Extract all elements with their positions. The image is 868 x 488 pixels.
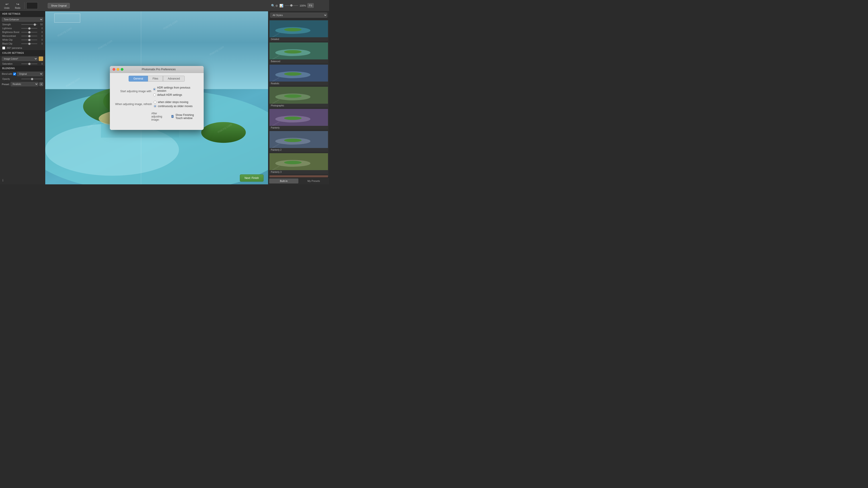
preset-thumb-balanced: macmj.com	[270, 42, 328, 59]
preset-select[interactable]: Realistic	[11, 82, 38, 86]
brightness-boost-value: 0	[38, 31, 43, 33]
presets-grid: macmj.com Detailed macmj.com Balanced	[268, 19, 329, 177]
preset-thumb-painterly4: macmj.com	[270, 175, 328, 177]
close-button[interactable]	[113, 68, 115, 71]
tone-enhancer-select[interactable]: Tone Enhancer	[2, 18, 43, 22]
white-clip-label: White Clip	[2, 39, 20, 41]
svg-point-26	[284, 50, 302, 54]
styles-header: All Styles	[268, 11, 329, 19]
microcontrast-thumb	[28, 35, 31, 37]
minimize-button[interactable]	[117, 68, 119, 71]
refresh-radio-group: when slider stops moving continuously as…	[154, 101, 192, 108]
maximize-button[interactable]	[121, 68, 123, 71]
preset-options-button[interactable]: ▾	[39, 82, 43, 86]
zoom-slider[interactable]	[285, 5, 298, 6]
start-option-previous[interactable]: HDR settings from previous session	[153, 86, 198, 92]
strength-slider[interactable]	[21, 24, 37, 25]
preset-thumb-detailed: macmj.com	[270, 20, 328, 37]
image-colors-select[interactable]: Image Colors*	[2, 57, 38, 61]
blend-with-label: Blend with	[2, 73, 12, 75]
panorama-checkbox[interactable]	[2, 46, 5, 50]
preset-item-realistic[interactable]: macmj.com Realistic	[269, 64, 328, 86]
start-radio-group: HDR settings from previous session defau…	[153, 86, 198, 96]
info-icon[interactable]: ℹ	[2, 178, 3, 182]
preset-item-photographic[interactable]: macmj.com Photographic	[269, 87, 328, 108]
left-panel: HDR SETTINGS Tone Enhancer Strength 50 L…	[0, 11, 45, 184]
refresh-option-continuous-label: continuously as slider moves	[158, 105, 192, 108]
opacity-slider[interactable]	[21, 78, 43, 79]
zoom-in-button[interactable]: ⊕	[275, 4, 278, 7]
preset-item-painterly4[interactable]: macmj.com Painterly 4	[269, 175, 328, 177]
fit-button[interactable]: Fit	[307, 3, 314, 8]
color-picker-button[interactable]	[39, 57, 43, 61]
opacity-control: Opacity	[0, 77, 45, 81]
preset-item-painterly[interactable]: macmj.com Painterly	[269, 109, 328, 130]
brightness-boost-label: Brightness Boost	[2, 31, 20, 33]
white-clip-slider[interactable]	[21, 39, 37, 40]
finishing-touch-label: Show Finishing Touch window	[176, 113, 198, 120]
svg-point-30	[284, 72, 302, 76]
refresh-option-stop-label: when slider stops moving	[158, 101, 188, 104]
preset-item-painterly3[interactable]: macmj.com Painterly 3	[269, 153, 328, 174]
redo-button[interactable]: ↪ Redo	[13, 1, 23, 10]
panorama-row: 360° panorama	[0, 46, 45, 51]
refresh-option-stop[interactable]: when slider stops moving	[154, 101, 192, 104]
toolbar: ↩ Undo ↪ Redo Show Original 🔍 ⊕ 📊 100% F…	[0, 0, 329, 11]
modal-titlebar: Photomatix Pro Preferences	[110, 66, 204, 73]
styles-dropdown[interactable]: All Styles	[270, 13, 327, 18]
preset-thumb-painterly2: macmj.com	[270, 131, 328, 148]
blend-with-row: Blend with Original	[0, 71, 45, 77]
start-option-default[interactable]: default HDR settings	[153, 93, 198, 96]
refresh-radio-stop[interactable]	[154, 101, 156, 103]
white-clip-value: 0	[38, 39, 43, 41]
lightness-label: Lightness	[2, 27, 20, 30]
modal-body: Start adjusting image with HDR settings …	[110, 82, 204, 130]
saturation-slider[interactable]	[21, 64, 37, 64]
preset-item-painterly2[interactable]: macmj.com Painterly 2	[269, 131, 328, 152]
separator-1	[24, 2, 25, 9]
after-adjusting-label: After adjusting image:	[151, 112, 168, 121]
microcontrast-control: Microcontrast 0	[0, 34, 45, 38]
preset-label-painterly2: Painterly 2	[270, 148, 328, 152]
start-radio-previous[interactable]	[153, 88, 156, 91]
black-clip-slider[interactable]	[21, 43, 37, 44]
show-original-button[interactable]: Show Original	[48, 3, 70, 8]
black-clip-control: Black Clip 0	[0, 42, 45, 46]
lightness-slider[interactable]	[21, 28, 37, 29]
tab-built-in[interactable]: Built-In	[269, 178, 298, 184]
microcontrast-value: 0	[38, 35, 43, 37]
start-radio-default[interactable]	[153, 94, 156, 96]
brightness-boost-slider[interactable]	[21, 32, 37, 33]
preview-thumbnail	[26, 2, 38, 9]
preset-label-photographic: Photographic	[270, 104, 328, 107]
strength-label: Strength	[2, 23, 20, 26]
finishing-touch-checkbox[interactable]	[171, 115, 174, 118]
refresh-group: When adjusting image, refresh when slide…	[115, 101, 198, 108]
zoom-out-button[interactable]: 🔍	[271, 4, 275, 7]
tab-my-presets[interactable]: My Presets	[299, 178, 329, 184]
refresh-radio-continuous[interactable]	[154, 105, 156, 107]
strength-value: 50	[38, 23, 43, 26]
modal-tab-advanced[interactable]: Advanced	[163, 76, 184, 82]
start-option-previous-label: HDR settings from previous session	[157, 86, 198, 92]
after-adjusting-group: After adjusting image: Show Finishing To…	[115, 112, 198, 121]
microcontrast-slider[interactable]	[21, 36, 37, 36]
tone-enhancer-row: Tone Enhancer	[0, 17, 45, 23]
modal-tab-files[interactable]: Files	[148, 76, 163, 82]
right-panel: All Styles macmj.com Detailed	[268, 11, 329, 184]
preset-row: Preset: Realistic ▾	[0, 81, 45, 88]
refresh-option-continuous[interactable]: continuously as slider moves	[154, 105, 192, 108]
redo-icon: ↪	[16, 2, 19, 6]
blending-section-header: BLENDING	[0, 66, 45, 71]
svg-point-22	[284, 28, 302, 31]
undo-button[interactable]: ↩ Undo	[2, 1, 12, 10]
preset-item-balanced[interactable]: macmj.com Balanced	[269, 42, 328, 64]
panorama-label: 360° panorama	[6, 47, 22, 49]
refresh-row: When adjusting image, refresh when slide…	[115, 101, 198, 108]
zoom-level: 100%	[300, 4, 306, 7]
preset-item-detailed[interactable]: macmj.com Detailed	[269, 20, 328, 41]
modal-tab-general[interactable]: General	[129, 76, 148, 82]
histogram-button[interactable]: 📊	[279, 4, 283, 7]
blend-checkbox[interactable]	[13, 72, 16, 75]
blend-with-select[interactable]: Original	[17, 72, 43, 76]
